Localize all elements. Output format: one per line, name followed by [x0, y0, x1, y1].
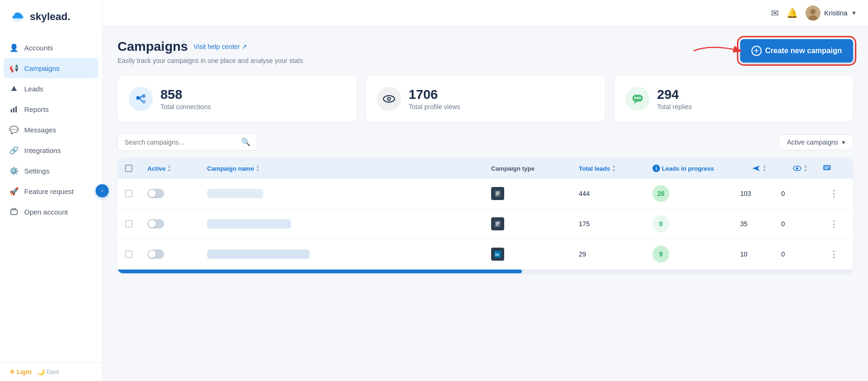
active-sort[interactable]: ▲▼ — [167, 165, 171, 173]
create-campaign-button[interactable]: + Create new campaign — [740, 39, 854, 62]
col7-sort[interactable]: ▲▼ — [804, 165, 807, 173]
sidebar-nav: 👤 Accounts 📢 Campaigns Leads Reports 💬 M… — [0, 34, 102, 362]
sidebar-item-accounts[interactable]: 👤 Accounts — [0, 37, 102, 58]
sidebar-label-accounts: Accounts — [24, 44, 53, 52]
svg-rect-23 — [823, 165, 831, 170]
svg-rect-9 — [142, 94, 146, 98]
row1-toggle[interactable] — [147, 189, 203, 198]
svg-rect-10 — [142, 100, 146, 104]
eye-icon — [792, 164, 802, 173]
row2-toggle[interactable] — [147, 219, 203, 229]
topbar: ✉ 🔔 Kristina ▼ — [103, 0, 868, 26]
sidebar-item-reports[interactable]: Reports — [0, 99, 102, 119]
th-progress-label: Leads in progress — [662, 165, 714, 172]
active-campaigns-filter[interactable]: Active campaigns ▾ — [779, 134, 853, 150]
search-icon: 🔍 — [241, 138, 250, 146]
sidebar-item-settings[interactable]: ⚙️ Settings — [0, 160, 102, 181]
th-leads-in-progress: i Leads in progress — [653, 165, 736, 172]
sidebar-item-messages[interactable]: 💬 Messages — [0, 119, 102, 140]
sidebar-collapse-button[interactable]: ‹ — [96, 184, 109, 197]
leads-sort[interactable]: ▲▼ — [612, 165, 616, 173]
row3-checkbox[interactable] — [125, 250, 144, 258]
svg-rect-4 — [11, 210, 17, 215]
light-mode-toggle[interactable]: ☀ Light — [9, 368, 32, 375]
user-name: Kristina — [824, 9, 847, 17]
row2-total-leads: 175 — [579, 220, 649, 228]
bell-icon[interactable]: 🔔 — [786, 7, 798, 19]
stat-info-replies: 294 Total replies — [657, 87, 692, 111]
row2-type — [491, 217, 575, 230]
sidebar-item-integrations[interactable]: 🔗 Integrations — [0, 140, 102, 160]
campaign-name-placeholder — [207, 249, 310, 259]
info-icon[interactable]: i — [653, 165, 660, 172]
th-checkbox[interactable] — [125, 165, 144, 172]
row1-more-menu[interactable]: ⋮ — [822, 188, 846, 199]
th-col7: ▲▼ — [781, 164, 819, 173]
toggle-switch[interactable] — [147, 189, 164, 198]
row3-toggle[interactable] — [147, 249, 203, 259]
checkbox[interactable] — [125, 190, 132, 197]
topbar-icons: ✉ 🔔 Kristina ▼ — [771, 6, 857, 21]
red-arrow — [689, 42, 745, 60]
sidebar-item-feature-request[interactable]: 🚀 Feature request — [0, 181, 102, 201]
th-col8 — [822, 164, 846, 173]
row3-total-leads: 29 — [579, 250, 649, 258]
search-input[interactable] — [125, 139, 237, 146]
row2-more-menu[interactable]: ⋮ — [822, 219, 846, 229]
reports-icon — [9, 104, 19, 114]
mail-icon[interactable]: ✉ — [771, 7, 779, 19]
sidebar-item-leads[interactable]: Leads — [0, 78, 102, 99]
help-link[interactable]: Visit help center ↗ — [194, 43, 247, 50]
row2-checkbox[interactable] — [125, 220, 144, 228]
checkbox[interactable] — [125, 220, 132, 228]
logo-area: skylead. — [0, 0, 102, 34]
connections-icon — [129, 87, 153, 111]
th-leads-label: Total leads — [579, 165, 610, 172]
row1-checkbox[interactable] — [125, 190, 144, 197]
scroll-thumb[interactable] — [118, 270, 522, 273]
sun-icon: ☀ — [9, 368, 15, 375]
row3-more-menu[interactable]: ⋮ — [822, 249, 846, 259]
toggle-switch[interactable] — [147, 219, 164, 229]
th-total-leads: Total leads ▲▼ — [579, 165, 649, 173]
stat-number-replies: 294 — [657, 87, 692, 102]
sidebar-label-settings: Settings — [24, 167, 49, 175]
col6-sort[interactable]: ▲▼ — [763, 165, 766, 173]
table-header: Active ▲▼ Campaign name ▲▼ Campaign type… — [118, 158, 853, 179]
leads-icon — [9, 84, 19, 93]
svg-rect-2 — [13, 108, 14, 112]
page-title-area: Campaigns Visit help center ↗ Easily tra… — [118, 39, 303, 64]
stat-card-replies: 294 Total replies — [614, 76, 853, 122]
dark-mode-toggle[interactable]: 🌙 Dark — [37, 368, 59, 375]
row1-col7: 0 — [781, 190, 819, 197]
toggle-switch[interactable] — [147, 249, 164, 259]
sidebar-label-messages: Messages — [24, 126, 56, 134]
create-campaign-label: Create new campaign — [765, 47, 842, 55]
dark-mode-label: Dark — [47, 368, 59, 375]
name-sort[interactable]: ▲▼ — [256, 165, 259, 173]
th-active-label: Active — [147, 165, 166, 172]
horizontal-scrollbar[interactable] — [118, 270, 853, 273]
user-area[interactable]: Kristina ▼ — [806, 6, 857, 21]
help-link-text: Visit help center — [194, 43, 240, 50]
sidebar-item-campaigns[interactable]: 📢 Campaigns — [4, 58, 98, 78]
checkbox[interactable] — [125, 250, 132, 258]
sidebar-label-feature-request: Feature request — [24, 187, 74, 195]
sidebar: skylead. 👤 Accounts 📢 Campaigns Leads Re… — [0, 0, 103, 381]
sidebar-label-campaigns: Campaigns — [24, 64, 60, 72]
header-checkbox[interactable] — [125, 165, 132, 172]
progress-badge: 0 — [653, 215, 669, 232]
csv-icon — [491, 187, 504, 200]
profile-views-icon — [377, 87, 401, 111]
row2-progress: 0 — [653, 215, 736, 232]
linkedin-icon: in — [491, 248, 504, 261]
svg-text:in: in — [495, 252, 499, 257]
th-type-label: Campaign type — [491, 165, 535, 172]
stat-number-connections: 858 — [160, 87, 211, 102]
chevron-down-icon: ▼ — [851, 10, 857, 16]
search-box[interactable]: 🔍 — [118, 133, 257, 151]
stat-label-views: Total profile views — [409, 103, 460, 111]
campaign-name-placeholder — [207, 189, 263, 198]
sidebar-item-open-account[interactable]: Open account — [0, 201, 102, 222]
th-campaign-type: Campaign type — [491, 165, 575, 172]
